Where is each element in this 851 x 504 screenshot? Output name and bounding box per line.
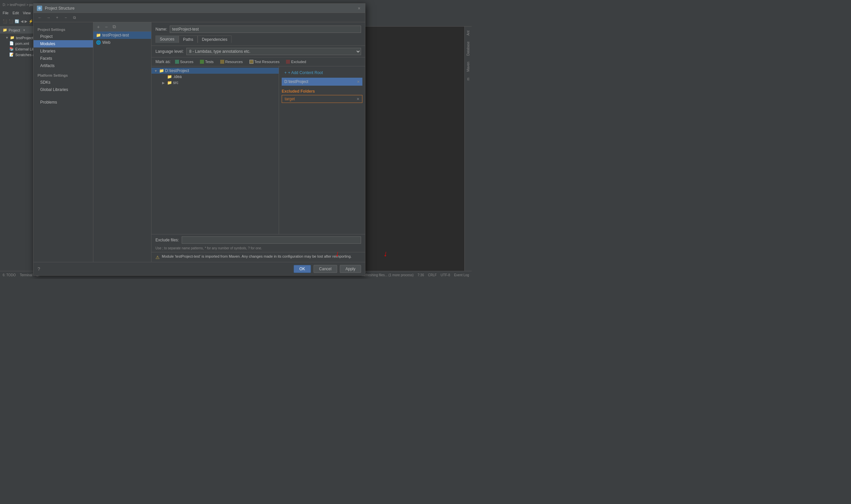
sidebar-item-project[interactable]: Project	[34, 33, 93, 40]
mark-testresources-button[interactable]: Test Resources	[247, 59, 282, 65]
sidebar-item-global-libraries[interactable]: Global Libraries	[34, 86, 93, 93]
exclude-files-label: Exclude files:	[156, 238, 179, 242]
time-display: 7:36	[418, 273, 424, 277]
sidebar-item-sdks[interactable]: SDKs	[34, 79, 93, 86]
dialog-title-icon: ⚙	[37, 6, 42, 11]
module-name-input[interactable]	[170, 25, 361, 33]
root-folder-label: D:\testProject	[165, 68, 189, 73]
nav-forward-button[interactable]: →	[45, 14, 52, 21]
project-settings-label: Project Settings	[34, 25, 93, 33]
sidebar-item-modules[interactable]: Modules	[34, 40, 93, 48]
warning-row: ⚠ Module 'testProject-test' is imported …	[152, 252, 365, 262]
menu-file[interactable]: File	[3, 11, 8, 15]
menu-edit[interactable]: Edit	[13, 11, 19, 15]
excluded-path: target	[285, 96, 295, 101]
src-folder-label: src	[173, 80, 178, 85]
file-tree: ▼ 📁 D:\testProject 📁 .idea ▶	[152, 67, 279, 234]
tree-node-root[interactable]: ▼ 📁 D:\testProject	[152, 68, 279, 74]
pom-file-icon: 📄	[9, 41, 14, 46]
dialog-title-text: Project Structure	[45, 6, 354, 11]
module-add-button[interactable]: +	[95, 23, 102, 30]
content-root-item: D:\testProject ×	[282, 78, 362, 86]
warning-icon: ⚠	[156, 255, 160, 260]
apply-button[interactable]: Apply	[340, 265, 361, 273]
dialog-close-button[interactable]: ×	[356, 6, 362, 11]
mark-sources-icon	[175, 60, 179, 64]
exclude-files-input[interactable]	[182, 236, 361, 244]
sidebar-tab-maven[interactable]: Maven	[466, 59, 471, 74]
mark-excluded-button[interactable]: Excluded	[284, 59, 308, 65]
tab-paths[interactable]: Paths	[179, 36, 198, 43]
menu-view[interactable]: View	[23, 11, 31, 15]
sidebar-item-facets[interactable]: Facets	[34, 55, 93, 62]
mark-testresources-icon	[249, 60, 253, 64]
src-folder-icon: 📁	[167, 80, 172, 85]
mark-as-row: Mark as: Sources Tests Resources	[152, 57, 365, 67]
crlf-display: CRLF	[428, 273, 437, 277]
content-root-close-button[interactable]: ×	[357, 79, 360, 84]
sidebar-tab-m[interactable]: m	[466, 75, 471, 83]
module-item-testproject[interactable]: 📁 testProject-test	[93, 32, 151, 39]
idea-folder-icon: 📁	[167, 74, 172, 79]
mark-tests-icon	[200, 60, 204, 64]
exclude-files-hint: Use ; to separate name patterns, * for a…	[152, 246, 365, 252]
tree-node-src[interactable]: ▶ 📁 src	[152, 80, 279, 86]
expand-src-icon: ▶	[162, 81, 166, 85]
mark-sources-button[interactable]: Sources	[173, 59, 196, 65]
module-remove-button[interactable]: −	[103, 23, 110, 30]
module-copy-button[interactable]: ⧉	[111, 23, 118, 30]
sidebar-item-problems[interactable]: Problems	[34, 98, 93, 106]
expand-root-icon: ▼	[154, 69, 158, 73]
nav-add-button[interactable]: +	[53, 14, 61, 21]
dialog-sidebar: Project Settings Project Modules Librari…	[34, 22, 93, 262]
tab-dependencies[interactable]: Dependencies	[198, 36, 232, 43]
right-sidebar: Ant Database Maven m	[464, 26, 472, 271]
tree-node-idea[interactable]: 📁 .idea	[152, 74, 279, 80]
tab-sources[interactable]: Sources	[156, 36, 179, 43]
name-label: Name:	[156, 27, 167, 32]
add-content-root-button[interactable]: + + Add Content Root	[282, 69, 362, 76]
language-level-row: Language level: 8 - Lambdas, type annota…	[152, 46, 365, 57]
dialog-titlebar: ⚙ Project Structure ×	[34, 4, 365, 13]
help-button[interactable]: ?	[37, 266, 40, 272]
dialog-navbar: ← → + − ⧉	[34, 13, 365, 22]
sidebar-tab-ant[interactable]: Ant	[466, 28, 471, 38]
project-tree-label: testProject	[16, 36, 33, 40]
nav-back-button[interactable]: ←	[36, 14, 43, 21]
project-icon: 📁	[3, 28, 7, 32]
module-web-icon: 🌐	[96, 40, 101, 45]
sources-content: Language level: 8 - Lambdas, type annota…	[152, 46, 365, 262]
pom-label: pom.xml	[15, 41, 29, 46]
event-log[interactable]: Event Log	[454, 273, 469, 277]
project-label: Project	[8, 28, 20, 32]
sidebar-item-libraries[interactable]: Libraries	[34, 48, 93, 55]
mark-sources-label: Sources	[180, 60, 193, 64]
cancel-button[interactable]: Cancel	[314, 265, 337, 273]
name-row: Name:	[156, 25, 361, 33]
language-level-label: Language level:	[156, 49, 184, 54]
dialog-footer: ? OK Cancel Apply	[34, 262, 365, 275]
nav-copy-button[interactable]: ⧉	[71, 14, 78, 21]
bottom-tab-terminal[interactable]: Terminal	[20, 273, 33, 277]
details-header: Name: Sources Paths Dependencies	[152, 22, 365, 46]
exclude-files-row: Exclude files:	[152, 234, 365, 246]
module-list-toolbar: + − ⧉	[93, 22, 151, 32]
nav-remove-button[interactable]: −	[62, 14, 69, 21]
idea-folder-label: .idea	[173, 74, 182, 79]
project-structure-dialog: ⚙ Project Structure × ← → + − ⧉ Project …	[33, 3, 366, 275]
mark-excluded-label: Excluded	[291, 60, 306, 64]
mark-resources-button[interactable]: Resources	[218, 59, 245, 65]
module-item-web[interactable]: 🌐 Web	[93, 39, 151, 46]
mark-excluded-icon	[286, 60, 290, 64]
bottom-tab-todo[interactable]: 6: TODO	[3, 273, 16, 277]
sidebar-tab-database[interactable]: Database	[466, 39, 471, 58]
mark-testresources-label: Test Resources	[254, 60, 280, 64]
ok-button[interactable]: OK	[294, 265, 311, 273]
module-name-testproject: testProject-test	[102, 33, 129, 37]
mark-tests-button[interactable]: Tests	[198, 59, 216, 65]
root-folder-icon: 📁	[159, 68, 164, 73]
language-level-select[interactable]: 8 - Lambdas, type annotations etc.	[187, 48, 361, 55]
excluded-close-button[interactable]: ×	[357, 96, 359, 102]
mark-resources-label: Resources	[225, 60, 243, 64]
sidebar-item-artifacts[interactable]: Artifacts	[34, 62, 93, 69]
